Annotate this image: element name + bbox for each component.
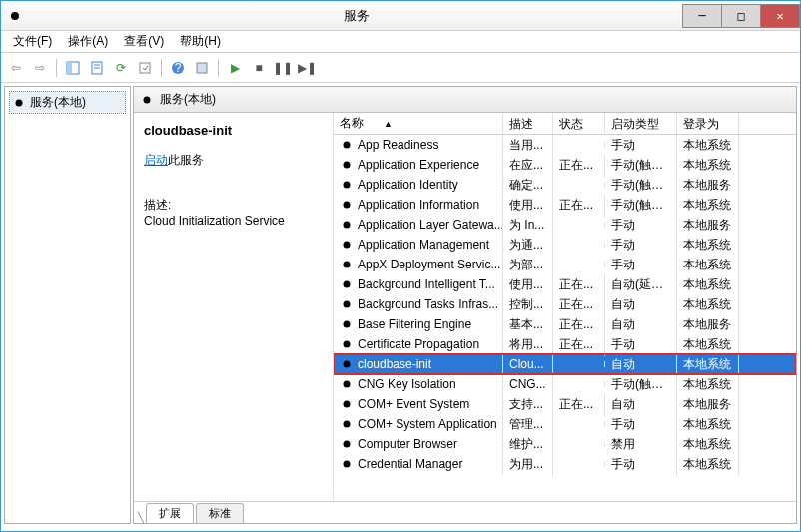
export-button[interactable] bbox=[134, 57, 156, 79]
service-row[interactable]: Base Filtering Engine基本...正在...自动本地服务 bbox=[334, 314, 796, 334]
pause-service-button[interactable]: ❚❚ bbox=[272, 57, 294, 79]
service-name: Credential Manager bbox=[358, 457, 462, 471]
gear-icon bbox=[340, 198, 354, 212]
tree-node-label: 服务(本地) bbox=[30, 94, 86, 111]
menu-file[interactable]: 文件(F) bbox=[5, 31, 60, 52]
tab-standard[interactable]: 标准 bbox=[196, 503, 244, 523]
console-tree[interactable]: 服务(本地) bbox=[4, 86, 131, 524]
svg-rect-7 bbox=[140, 63, 150, 73]
service-row[interactable]: Credential Manager为用...手动本地系统 bbox=[334, 454, 796, 474]
gear-icon bbox=[340, 178, 354, 192]
forward-button[interactable]: ⇨ bbox=[29, 57, 51, 79]
toolbar-extra-button[interactable] bbox=[191, 57, 213, 79]
menu-action[interactable]: 操作(A) bbox=[60, 31, 116, 52]
service-desc: 为用... bbox=[503, 453, 553, 476]
service-startup: 手动 bbox=[605, 453, 677, 476]
start-service-button[interactable]: ▶ bbox=[224, 57, 246, 79]
menu-help[interactable]: 帮助(H) bbox=[172, 31, 229, 52]
service-row[interactable]: Background Intelligent T...使用...正在...自动(… bbox=[334, 274, 796, 294]
gear-icon bbox=[340, 377, 354, 391]
service-list[interactable]: App Readiness当用...手动本地系统Application Expe… bbox=[334, 135, 796, 501]
service-name: Application Layer Gatewa... bbox=[358, 218, 503, 232]
service-row[interactable]: App Readiness当用...手动本地系统 bbox=[334, 135, 796, 155]
service-status: 正在... bbox=[553, 154, 605, 177]
stop-service-button[interactable]: ■ bbox=[248, 57, 270, 79]
app-icon bbox=[7, 8, 23, 24]
service-status bbox=[553, 361, 605, 367]
start-service-link[interactable]: 启动 bbox=[144, 153, 168, 167]
service-name: App Readiness bbox=[358, 138, 438, 152]
tree-node-services-local[interactable]: 服务(本地) bbox=[9, 91, 126, 114]
description-text: Cloud Initialization Service bbox=[144, 214, 323, 228]
list-header: 名称▲ 描述 状态 启动类型 登录为 bbox=[334, 113, 796, 135]
service-status: 正在... bbox=[553, 393, 605, 416]
service-row[interactable]: Computer Browser维护...禁用本地系统 bbox=[334, 434, 796, 454]
service-status bbox=[553, 142, 605, 148]
service-row[interactable]: cloudbase-initClou...自动本地系统 bbox=[334, 354, 796, 374]
service-name: Application Information bbox=[358, 198, 479, 212]
detail-service-name: cloudbase-init bbox=[144, 123, 323, 138]
service-status bbox=[553, 421, 605, 427]
service-row[interactable]: Background Tasks Infras...控制...正在...自动本地… bbox=[334, 294, 796, 314]
service-name: Computer Browser bbox=[358, 437, 457, 451]
service-row[interactable]: Application Management为通...手动本地系统 bbox=[334, 235, 796, 255]
column-name[interactable]: 名称▲ bbox=[334, 113, 503, 134]
back-button[interactable]: ⇦ bbox=[5, 57, 27, 79]
close-button[interactable]: ✕ bbox=[760, 4, 800, 28]
panel-title: 服务(本地) bbox=[160, 91, 216, 108]
service-row[interactable]: COM+ Event System支持...正在...自动本地服务 bbox=[334, 394, 796, 414]
service-name: Application Identity bbox=[358, 178, 458, 192]
refresh-button[interactable]: ⟳ bbox=[110, 57, 132, 79]
service-row[interactable]: CNG Key IsolationCNG...手动(触发...本地系统 bbox=[334, 374, 796, 394]
minimize-button[interactable]: ─ bbox=[682, 4, 722, 28]
service-name: COM+ System Application bbox=[358, 417, 497, 431]
gear-icon bbox=[340, 457, 354, 471]
show-hide-button[interactable] bbox=[62, 57, 84, 79]
help-button[interactable]: ? bbox=[167, 57, 189, 79]
service-row[interactable]: Application Layer Gatewa...为 In...手动本地服务 bbox=[334, 215, 796, 235]
service-row[interactable]: Application Identity确定...手动(触发...本地服务 bbox=[334, 175, 796, 195]
tab-extended[interactable]: 扩展 bbox=[146, 503, 194, 523]
gear-icon bbox=[340, 417, 354, 431]
service-name: Background Intelligent T... bbox=[358, 277, 495, 291]
service-name: Application Experience bbox=[358, 158, 479, 172]
column-description[interactable]: 描述 bbox=[503, 113, 553, 134]
gear-icon bbox=[340, 258, 354, 271]
service-status bbox=[553, 381, 605, 387]
menu-view[interactable]: 查看(V) bbox=[116, 31, 172, 52]
service-status bbox=[553, 242, 605, 248]
separator bbox=[218, 59, 219, 77]
gear-icon bbox=[12, 96, 26, 110]
service-row[interactable]: Application Information使用...正在...手动(触发..… bbox=[334, 195, 796, 215]
properties-button[interactable] bbox=[86, 57, 108, 79]
service-row[interactable]: Application Experience在应...正在...手动(触发...… bbox=[334, 155, 796, 175]
maximize-button[interactable]: □ bbox=[721, 4, 761, 28]
service-logon: 本地系统 bbox=[677, 453, 739, 476]
service-name: cloudbase-init bbox=[358, 357, 431, 371]
service-status: 正在... bbox=[553, 333, 605, 356]
window-title: 服务 bbox=[29, 7, 683, 25]
svg-rect-10 bbox=[197, 63, 207, 73]
restart-service-button[interactable]: ▶❚ bbox=[296, 57, 318, 79]
service-desc: Clou... bbox=[503, 354, 553, 374]
service-status: 正在... bbox=[553, 194, 605, 217]
service-row[interactable]: Certificate Propagation将用...正在...手动本地系统 bbox=[334, 334, 796, 354]
service-status bbox=[553, 222, 605, 228]
description-label: 描述: bbox=[144, 197, 323, 214]
column-startup[interactable]: 启动类型 bbox=[605, 113, 677, 134]
service-status bbox=[553, 262, 605, 267]
column-logon[interactable]: 登录为 bbox=[677, 113, 739, 134]
sort-asc-icon: ▲ bbox=[384, 119, 393, 129]
gear-icon bbox=[340, 138, 354, 152]
gear-icon bbox=[340, 337, 354, 351]
gear-icon bbox=[340, 397, 354, 411]
gear-icon bbox=[340, 277, 354, 291]
service-row[interactable]: AppX Deployment Servic...为部...手动本地系统 bbox=[334, 255, 796, 274]
service-row[interactable]: COM+ System Application管理...手动本地系统 bbox=[334, 414, 796, 434]
service-name: Base Filtering Engine bbox=[358, 317, 471, 331]
service-status bbox=[553, 182, 605, 188]
service-status bbox=[553, 461, 605, 467]
column-status[interactable]: 状态 bbox=[553, 113, 605, 134]
gear-icon bbox=[340, 317, 354, 331]
gear-icon bbox=[340, 357, 354, 371]
